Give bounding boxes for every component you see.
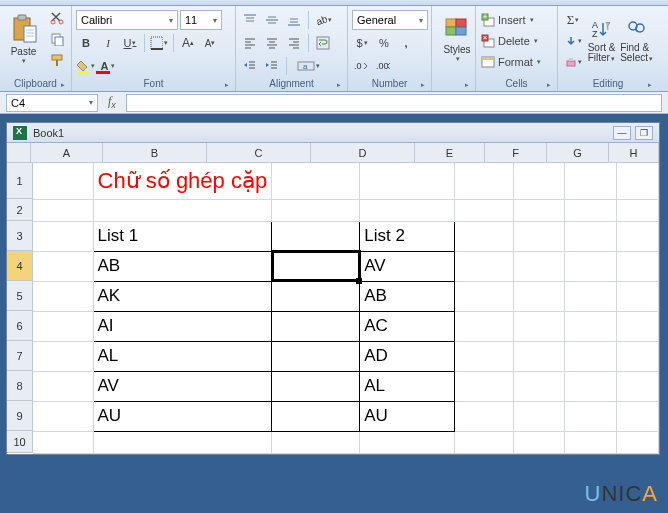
row-header-8[interactable]: 8	[7, 371, 33, 401]
cell-D1[interactable]	[360, 163, 455, 199]
paste-button[interactable]: Paste ▾	[4, 8, 43, 70]
cell-E7[interactable]	[455, 341, 513, 371]
decrease-decimal-button[interactable]: .00	[374, 56, 394, 76]
align-top-button[interactable]	[240, 10, 260, 30]
cell-C10[interactable]	[272, 431, 360, 453]
cell-A9[interactable]	[33, 401, 93, 431]
cell-B6[interactable]: AI	[93, 311, 272, 341]
cell-G8[interactable]	[565, 371, 617, 401]
cell-E8[interactable]	[455, 371, 513, 401]
cell-B1[interactable]: Chữ số ghép cặp	[93, 163, 272, 199]
align-middle-button[interactable]	[262, 10, 282, 30]
cell-F10[interactable]	[513, 431, 565, 453]
cell-G10[interactable]	[565, 431, 617, 453]
cell-E5[interactable]	[455, 281, 513, 311]
delete-cells-button[interactable]: ×Delete▾	[480, 31, 554, 51]
align-bottom-button[interactable]	[284, 10, 304, 30]
font-size-combo[interactable]: 11▾	[180, 10, 222, 30]
cell-E1[interactable]	[455, 163, 513, 199]
row-header-7[interactable]: 7	[7, 341, 33, 371]
number-format-combo[interactable]: General▾	[352, 10, 428, 30]
cell-H5[interactable]	[617, 281, 659, 311]
cell-D8[interactable]: AL	[360, 371, 455, 401]
cell-G7[interactable]	[565, 341, 617, 371]
cell-F2[interactable]	[513, 199, 565, 221]
cell-A7[interactable]	[33, 341, 93, 371]
cell-A10[interactable]	[33, 431, 93, 453]
underline-button[interactable]: U▾	[120, 33, 140, 53]
cell-C1[interactable]	[272, 163, 360, 199]
shrink-font-button[interactable]: A▾	[200, 33, 220, 53]
increase-indent-button[interactable]	[262, 56, 282, 76]
cell-F8[interactable]	[513, 371, 565, 401]
cell-E6[interactable]	[455, 311, 513, 341]
cell-G3[interactable]	[565, 221, 617, 251]
cell-E2[interactable]	[455, 199, 513, 221]
cell-A2[interactable]	[33, 199, 93, 221]
cell-E10[interactable]	[455, 431, 513, 453]
cell-E4[interactable]	[455, 251, 513, 281]
cell-G1[interactable]	[565, 163, 617, 199]
italic-button[interactable]: I	[98, 33, 118, 53]
cell-B7[interactable]: AL	[93, 341, 272, 371]
cell-D6[interactable]: AC	[360, 311, 455, 341]
restore-button[interactable]: ❐	[635, 126, 653, 140]
fx-icon[interactable]: fx	[102, 94, 122, 110]
cell-H10[interactable]	[617, 431, 659, 453]
cell-C7[interactable]	[272, 341, 360, 371]
currency-button[interactable]: $▾	[352, 33, 372, 53]
row-header-6[interactable]: 6	[7, 311, 33, 341]
font-name-combo[interactable]: Calibri▾	[76, 10, 178, 30]
col-header-C[interactable]: C	[207, 143, 311, 163]
select-all-corner[interactable]	[7, 143, 31, 163]
row-header-1[interactable]: 1	[7, 163, 33, 199]
cell-H7[interactable]	[617, 341, 659, 371]
fill-color-button[interactable]: ▾	[76, 56, 96, 76]
col-header-A[interactable]: A	[31, 143, 103, 163]
minimize-button[interactable]: —	[613, 126, 631, 140]
cell-F3[interactable]	[513, 221, 565, 251]
cell-C4[interactable]	[272, 251, 360, 281]
cell-D5[interactable]: AB	[360, 281, 455, 311]
find-select-button[interactable]: Find &Select▾	[619, 10, 654, 72]
cell-D3[interactable]: List 2	[360, 221, 455, 251]
cell-D2[interactable]	[360, 199, 455, 221]
row-header-5[interactable]: 5	[7, 281, 33, 311]
cell-F5[interactable]	[513, 281, 565, 311]
cell-C5[interactable]	[272, 281, 360, 311]
cell-B5[interactable]: AK	[93, 281, 272, 311]
cell-F4[interactable]	[513, 251, 565, 281]
cell-G4[interactable]	[565, 251, 617, 281]
cell-A4[interactable]	[33, 251, 93, 281]
cell-C9[interactable]	[272, 401, 360, 431]
fill-button[interactable]: ▾	[562, 31, 584, 51]
row-header-4[interactable]: 4	[7, 251, 33, 281]
cell-D10[interactable]	[360, 431, 455, 453]
col-header-E[interactable]: E	[415, 143, 485, 163]
format-painter-button[interactable]	[47, 50, 67, 70]
cell-H1[interactable]	[617, 163, 659, 199]
row-header-9[interactable]: 9	[7, 401, 33, 431]
row-header-3[interactable]: 3	[7, 221, 33, 251]
wrap-text-button[interactable]	[313, 33, 333, 53]
autosum-button[interactable]: Σ▾	[562, 10, 584, 30]
merge-center-button[interactable]: a▾	[291, 56, 325, 76]
cell-H6[interactable]	[617, 311, 659, 341]
align-right-button[interactable]	[284, 33, 304, 53]
cell-H2[interactable]	[617, 199, 659, 221]
comma-button[interactable]: ,	[396, 33, 416, 53]
cell-D4[interactable]: AV	[360, 251, 455, 281]
col-header-H[interactable]: H	[609, 143, 659, 163]
format-cells-button[interactable]: Format▾	[480, 52, 554, 72]
col-header-G[interactable]: G	[547, 143, 609, 163]
cell-B10[interactable]	[93, 431, 272, 453]
cut-button[interactable]	[47, 8, 67, 28]
styles-button[interactable]: Styles ▾	[436, 8, 478, 70]
cell-C8[interactable]	[272, 371, 360, 401]
align-center-button[interactable]	[262, 33, 282, 53]
align-left-button[interactable]	[240, 33, 260, 53]
cell-B4[interactable]: AB	[93, 251, 272, 281]
cell-D7[interactable]: AD	[360, 341, 455, 371]
cell-H8[interactable]	[617, 371, 659, 401]
cell-H9[interactable]	[617, 401, 659, 431]
